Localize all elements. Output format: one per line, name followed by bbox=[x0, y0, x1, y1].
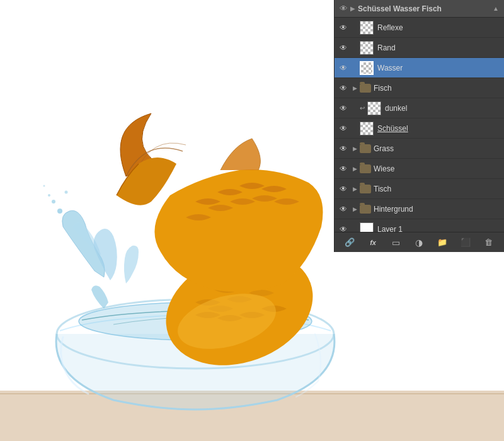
layer-eye-grass[interactable]: 👁 bbox=[337, 142, 350, 155]
mask-button[interactable]: ▭ bbox=[389, 236, 403, 249]
layer-name-grass: Grass bbox=[374, 144, 501, 153]
panel-expand-arrow[interactable]: ▶ bbox=[350, 5, 355, 12]
layer-eye-wasser[interactable]: 👁 bbox=[337, 62, 350, 74]
layer-name-layer1: Layer 1 bbox=[377, 225, 501, 232]
layer-name-wiese: Wiese bbox=[374, 164, 501, 173]
layer-folder-icon-fisch bbox=[360, 84, 371, 93]
layer-row-tisch[interactable]: 👁▶Tisch bbox=[335, 179, 504, 199]
layer-row-hintergrund[interactable]: 👁▶Hintergrund bbox=[335, 199, 504, 219]
panel-collapse-arrow[interactable]: ▲ bbox=[493, 5, 499, 12]
layer-eye-reflexe[interactable]: 👁 bbox=[337, 21, 350, 34]
layer-row-dunkel[interactable]: 👁↩dunkel bbox=[335, 98, 504, 118]
layer-expand-wiese[interactable]: ▶ bbox=[350, 164, 360, 174]
layer-thumb-wasser bbox=[360, 61, 374, 75]
layer-eye-schuessel[interactable]: 👁 bbox=[337, 122, 350, 135]
svg-point-3 bbox=[79, 302, 312, 340]
layer-thumb-dunkel bbox=[367, 101, 381, 115]
layer-row-wiese[interactable]: 👁▶Wiese bbox=[335, 159, 504, 179]
svg-point-7 bbox=[52, 200, 55, 203]
svg-point-8 bbox=[65, 191, 68, 194]
folder-button[interactable]: 📁 bbox=[435, 236, 449, 249]
svg-point-6 bbox=[57, 209, 62, 214]
layer-eye-fisch[interactable]: 👁 bbox=[337, 82, 350, 94]
layer-eye-dunkel[interactable]: 👁 bbox=[337, 102, 350, 115]
layer-thumb-rand bbox=[360, 41, 374, 55]
layers-list: 👁Reflexe👁Rand👁Wasser👁▶Fisch👁↩dunkel👁Schü… bbox=[335, 18, 504, 232]
layer-name-fisch: Fisch bbox=[374, 84, 501, 93]
svg-point-5 bbox=[171, 284, 282, 359]
layers-toolbar: 🔗 fx ▭ ◑ 📁 ⬛ 🗑 bbox=[335, 232, 504, 252]
layer-folder-icon-wiese bbox=[360, 164, 371, 173]
layer-folder-icon-grass bbox=[360, 144, 371, 153]
layers-panel-header: 👁 ▶ Schüssel Wasser Fisch ▲ bbox=[335, 0, 504, 18]
layer-link-icon-dunkel: ↩ bbox=[360, 105, 365, 112]
layer-thumb-schuessel bbox=[360, 122, 374, 135]
layer-eye-tisch[interactable]: 👁 bbox=[337, 183, 350, 195]
delete-button[interactable]: 🗑 bbox=[482, 236, 496, 249]
layer-thumb-layer1 bbox=[360, 222, 374, 232]
layer-eye-hintergrund[interactable]: 👁 bbox=[337, 203, 350, 215]
fx-button[interactable]: fx bbox=[366, 236, 380, 249]
layer-eye-rand[interactable]: 👁 bbox=[337, 42, 350, 54]
layer-name-tisch: Tisch bbox=[374, 185, 501, 193]
layer-eye-layer1[interactable]: 👁 bbox=[337, 223, 350, 232]
layer-name-wasser: Wasser bbox=[377, 64, 501, 72]
layer-row-reflexe[interactable]: 👁Reflexe bbox=[335, 18, 504, 38]
svg-point-10 bbox=[43, 185, 45, 187]
new-layer-button[interactable]: ⬛ bbox=[459, 236, 472, 249]
layer-name-dunkel: dunkel bbox=[385, 104, 501, 113]
layer-row-schuessel[interactable]: 👁Schüssel bbox=[335, 118, 504, 139]
layer-row-rand[interactable]: 👁Rand bbox=[335, 38, 504, 58]
layers-panel: 👁 ▶ Schüssel Wasser Fisch ▲ 👁Reflexe👁Ran… bbox=[334, 0, 504, 252]
svg-rect-0 bbox=[0, 391, 504, 441]
panel-title: Schüssel Wasser Fisch bbox=[358, 4, 442, 13]
adjustment-button[interactable]: ◑ bbox=[412, 236, 426, 249]
layer-name-hintergrund: Hintergrund bbox=[374, 205, 501, 214]
layer-row-grass[interactable]: 👁▶Grass bbox=[335, 139, 504, 159]
svg-point-9 bbox=[48, 194, 50, 197]
layer-eye-wiese[interactable]: 👁 bbox=[337, 163, 350, 175]
panel-visibility-icon[interactable]: 👁 bbox=[340, 4, 348, 13]
svg-point-2 bbox=[57, 299, 334, 369]
layer-thumb-reflexe bbox=[360, 21, 374, 35]
layer-expand-hintergrund[interactable]: ▶ bbox=[350, 204, 360, 214]
layer-folder-icon-tisch bbox=[360, 185, 371, 193]
layer-folder-icon-hintergrund bbox=[360, 205, 371, 214]
layer-name-rand: Rand bbox=[377, 43, 501, 52]
layer-name-schuessel: Schüssel bbox=[377, 124, 501, 133]
link-button[interactable]: 🔗 bbox=[343, 236, 357, 249]
layer-row-layer1[interactable]: 👁Layer 1 bbox=[335, 219, 504, 232]
layer-expand-grass[interactable]: ▶ bbox=[350, 144, 360, 154]
layer-name-reflexe: Reflexe bbox=[377, 23, 501, 32]
layer-row-wasser[interactable]: 👁Wasser bbox=[335, 58, 504, 78]
svg-point-4 bbox=[150, 232, 329, 385]
layer-row-fisch[interactable]: 👁▶Fisch bbox=[335, 78, 504, 98]
layer-expand-tisch[interactable]: ▶ bbox=[350, 184, 360, 194]
layer-expand-fisch[interactable]: ▶ bbox=[350, 83, 360, 93]
